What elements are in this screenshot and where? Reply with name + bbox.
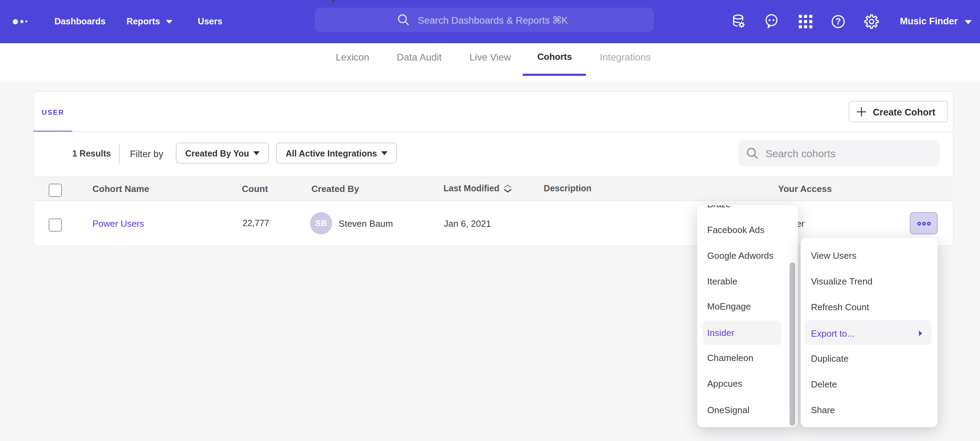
svg-text:?: ? xyxy=(836,16,841,26)
